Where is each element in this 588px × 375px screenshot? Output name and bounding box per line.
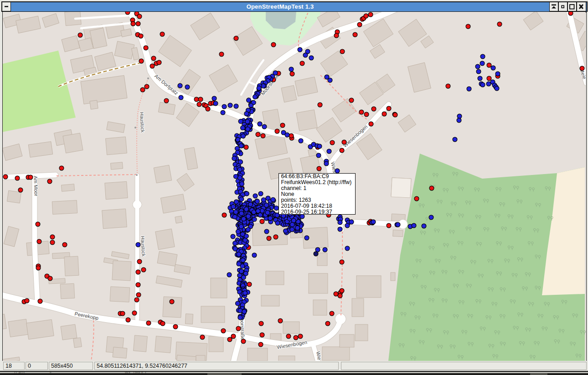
svg-text:None: None [281, 191, 294, 197]
svg-text:channel: 1: channel: 1 [281, 185, 307, 191]
svg-text:Hauslück: Hauslück [140, 236, 146, 257]
svg-text:points: 1263: points: 1263 [281, 197, 311, 203]
svg-text:2016-09-25 16:19:37: 2016-09-25 16:19:37 [281, 209, 333, 215]
svg-text:FreifunkWees01.2 (http://ffw): FreifunkWees01.2 (http://ffw) [281, 179, 352, 185]
svg-text:Am Moor: Am Moor [33, 176, 39, 196]
svg-text:2016-07-09 18:42:18: 2016-07-09 18:42:18 [281, 203, 333, 209]
svg-text:Hauslück: Hauslück [139, 112, 145, 133]
svg-text:64:66:B3:FA:BA:C9: 64:66:B3:FA:BA:C9 [281, 173, 329, 180]
